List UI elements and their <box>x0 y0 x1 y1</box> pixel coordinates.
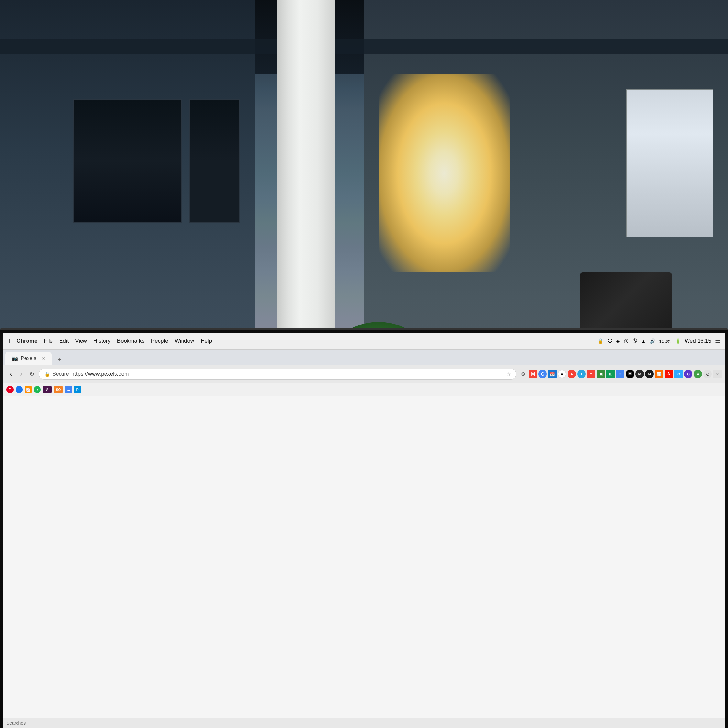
window-right <box>626 89 713 237</box>
bookmark-analytics2-icon[interactable]: 📈 <box>24 386 32 393</box>
active-tab[interactable]: 📷 Pexels ✕ <box>5 352 52 365</box>
bookmark-music-icon[interactable]: ♪ <box>34 386 41 393</box>
apple-menu[interactable]:  <box>8 338 10 345</box>
menu-view[interactable]: View <box>75 338 87 344</box>
back-button[interactable]: ‹ <box>6 370 15 379</box>
ssl-lock-icon: 🔒 <box>44 372 50 376</box>
ext-ps-icon[interactable]: Ps <box>674 370 683 378</box>
ext-docs-icon[interactable]: ≡ <box>616 370 624 378</box>
ext-analytics-icon[interactable]: 📊 <box>655 370 663 378</box>
nav-buttons: ‹ › ↻ <box>6 370 36 379</box>
menubar-system-icons: 🔒 🛡 ◈ ⦿ Ⓢ ▲ 🔊 100% 🔋 Wed 16:15 ☰ <box>598 338 720 344</box>
ext-green1-icon[interactable]: ▣ <box>596 370 605 378</box>
menu-history[interactable]: History <box>93 338 111 344</box>
battery-status: 100% <box>659 338 671 344</box>
ext-circle-icon[interactable]: ● <box>558 370 566 378</box>
monitor-screen:  Chrome File Edit View History Bookmark… <box>3 333 725 728</box>
secure-label: Secure <box>52 371 69 377</box>
dropbox-icon: ◈ <box>616 338 620 344</box>
ext-gmail-icon[interactable]: M <box>529 370 537 378</box>
tab-close-icon[interactable]: ✕ <box>41 356 45 361</box>
skype-icon: Ⓢ <box>633 338 637 344</box>
battery-indicator: 🔋 <box>675 338 681 344</box>
menu-window[interactable]: Window <box>175 338 194 344</box>
ext-pin-icon[interactable]: ⚙ <box>519 370 528 378</box>
ext-red-icon[interactable]: ● <box>567 370 576 378</box>
bookmark-social-icon[interactable]: f <box>15 386 23 393</box>
menu-edit[interactable]: Edit <box>59 338 69 344</box>
chrome-icon: ⦿ <box>624 338 629 344</box>
tab-favicon: 📷 <box>12 355 18 361</box>
forward-button[interactable]: › <box>17 370 26 379</box>
ext-medium3-icon[interactable]: M <box>645 370 654 378</box>
battery-icon: 🔒 <box>598 338 604 344</box>
browser-extensions: ⚙ M G 📅 ● ● ✈ A ▣ ⊞ ≡ M M M 📊 A Ps <box>519 370 722 378</box>
ext-adobe-icon[interactable]: A <box>587 370 595 378</box>
ext-google-icon[interactable]: G <box>538 370 547 378</box>
menu-chrome[interactable]: Chrome <box>17 338 37 344</box>
ext-telegram-icon[interactable]: ✈ <box>577 370 586 378</box>
menu-file[interactable]: File <box>44 338 53 344</box>
bookmark-cloud-icon[interactable]: ☁ <box>65 386 72 393</box>
macos-menubar:  Chrome File Edit View History Bookmark… <box>3 333 725 350</box>
vpn-icon: 🛡 <box>608 338 612 344</box>
notification-icon[interactable]: ☰ <box>715 338 720 344</box>
system-clock: Wed 16:15 <box>685 338 711 344</box>
monitor:  Chrome File Edit View History Bookmark… <box>0 328 728 728</box>
url-display: https://www.pexels.com <box>72 371 504 377</box>
refresh-button[interactable]: ↻ <box>27 370 36 379</box>
window-glow <box>379 74 509 272</box>
ext-close-tab-icon[interactable]: ✕ <box>713 370 722 378</box>
bookmark-dev-icon[interactable]: SO <box>54 386 63 393</box>
ext-clock-icon[interactable]: ⊙ <box>704 370 712 378</box>
menu-help[interactable]: Help <box>200 338 212 344</box>
tab-label: Pexels <box>21 356 36 361</box>
url-bar[interactable]: 🔒 Secure https://www.pexels.com ☆ <box>39 369 516 379</box>
menu-people[interactable]: People <box>151 338 168 344</box>
bookmarks-bar: P f 📈 ♪ S SO ☁ D <box>3 384 725 396</box>
status-text: Searches <box>6 720 26 726</box>
bookmark-type-icon[interactable]: S <box>43 386 52 393</box>
bookmark-pinterest-icon[interactable]: P <box>6 386 14 393</box>
ext-calendar-icon[interactable]: 📅 <box>548 370 557 378</box>
ext-green2-icon[interactable]: ● <box>694 370 702 378</box>
volume-icon: 🔊 <box>650 338 655 344</box>
browser-toolbar: ‹ › ↻ 🔒 Secure https://www.pexels.com ☆ … <box>3 365 725 384</box>
ext-medium2-icon[interactable]: M <box>635 370 644 378</box>
ext-adobe2-icon[interactable]: A <box>665 370 673 378</box>
bookmark-dash-icon[interactable]: D <box>74 386 81 393</box>
wifi-icon: ▲ <box>641 338 646 344</box>
browser-tab-bar: 📷 Pexels ✕ + <box>3 350 725 365</box>
browser-status-bar: Searches <box>3 718 725 728</box>
ext-sheets-icon[interactable]: ⊞ <box>606 370 615 378</box>
ext-medium-icon[interactable]: M <box>626 370 634 378</box>
monitor-bezel:  Chrome File Edit View History Bookmark… <box>0 328 728 728</box>
ext-refresh-icon[interactable]: ↻ <box>684 370 693 378</box>
pillar <box>277 0 335 372</box>
new-tab-button[interactable]: + <box>54 355 64 365</box>
menu-bookmarks[interactable]: Bookmarks <box>117 338 145 344</box>
bookmark-star-icon[interactable]: ☆ <box>506 371 511 377</box>
